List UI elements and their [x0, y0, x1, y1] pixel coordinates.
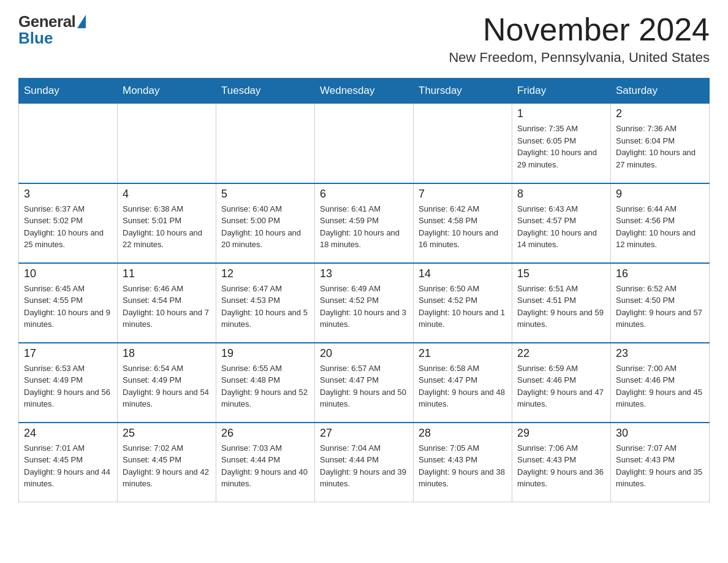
day-info: Sunrise: 6:37 AMSunset: 5:02 PMDaylight:…: [24, 203, 112, 251]
day-info: Sunrise: 7:02 AMSunset: 4:45 PMDaylight:…: [123, 442, 211, 490]
day-info: Sunrise: 7:35 AMSunset: 6:05 PMDaylight:…: [517, 123, 605, 170]
weekday-header-monday: Monday: [118, 79, 216, 104]
calendar-cell: 25Sunrise: 7:02 AMSunset: 4:45 PMDayligh…: [118, 423, 216, 502]
calendar-cell: 21Sunrise: 6:58 AMSunset: 4:47 PMDayligh…: [414, 343, 512, 423]
logo: General Blue: [18, 12, 86, 48]
weekday-header-saturday: Saturday: [611, 79, 710, 104]
calendar-week-row: 17Sunrise: 6:53 AMSunset: 4:49 PMDayligh…: [19, 343, 710, 423]
day-info: Sunrise: 6:52 AMSunset: 4:50 PMDaylight:…: [616, 283, 704, 331]
calendar-cell: [315, 104, 414, 183]
calendar-cell: 7Sunrise: 6:42 AMSunset: 4:58 PMDaylight…: [414, 183, 512, 263]
calendar-cell: 23Sunrise: 7:00 AMSunset: 4:46 PMDayligh…: [611, 343, 710, 423]
calendar-week-row: 10Sunrise: 6:45 AMSunset: 4:55 PMDayligh…: [19, 263, 710, 343]
weekday-header-sunday: Sunday: [19, 79, 118, 104]
logo-blue-text: Blue: [18, 29, 53, 48]
day-number: 19: [221, 347, 309, 360]
location-title: New Freedom, Pennsylvania, United States: [449, 50, 710, 66]
calendar-cell: 5Sunrise: 6:40 AMSunset: 5:00 PMDaylight…: [216, 183, 315, 263]
calendar-week-row: 3Sunrise: 6:37 AMSunset: 5:02 PMDaylight…: [19, 183, 710, 263]
day-info: Sunrise: 7:06 AMSunset: 4:43 PMDaylight:…: [517, 442, 605, 490]
calendar-cell: 15Sunrise: 6:51 AMSunset: 4:51 PMDayligh…: [512, 263, 611, 343]
day-number: 18: [123, 347, 211, 360]
day-number: 1: [517, 107, 605, 120]
day-number: 14: [419, 267, 507, 280]
calendar-table: SundayMondayTuesdayWednesdayThursdayFrid…: [18, 78, 710, 502]
day-number: 16: [616, 267, 704, 280]
logo-triangle-icon: [77, 15, 86, 28]
calendar-cell: 20Sunrise: 6:57 AMSunset: 4:47 PMDayligh…: [315, 343, 414, 423]
calendar-week-row: 24Sunrise: 7:01 AMSunset: 4:45 PMDayligh…: [19, 423, 710, 502]
day-number: 9: [616, 188, 704, 201]
calendar-week-row: 1Sunrise: 7:35 AMSunset: 6:05 PMDaylight…: [19, 104, 710, 183]
calendar-cell: 30Sunrise: 7:07 AMSunset: 4:43 PMDayligh…: [611, 423, 710, 502]
day-number: 30: [616, 427, 704, 440]
day-number: 5: [221, 188, 309, 201]
day-info: Sunrise: 6:43 AMSunset: 4:57 PMDaylight:…: [517, 203, 605, 251]
calendar-cell: 12Sunrise: 6:47 AMSunset: 4:53 PMDayligh…: [216, 263, 315, 343]
day-info: Sunrise: 6:53 AMSunset: 4:49 PMDaylight:…: [24, 362, 112, 410]
day-number: 11: [123, 267, 211, 280]
calendar-cell: 22Sunrise: 6:59 AMSunset: 4:46 PMDayligh…: [512, 343, 611, 423]
calendar-cell: 26Sunrise: 7:03 AMSunset: 4:44 PMDayligh…: [216, 423, 315, 502]
day-info: Sunrise: 6:42 AMSunset: 4:58 PMDaylight:…: [419, 203, 507, 251]
day-number: 8: [517, 188, 605, 201]
day-info: Sunrise: 6:51 AMSunset: 4:51 PMDaylight:…: [517, 283, 605, 331]
calendar-cell: 6Sunrise: 6:41 AMSunset: 4:59 PMDaylight…: [315, 183, 414, 263]
calendar-cell: 14Sunrise: 6:50 AMSunset: 4:52 PMDayligh…: [414, 263, 512, 343]
calendar-cell: [414, 104, 512, 183]
day-number: 20: [320, 347, 408, 360]
day-number: 24: [24, 427, 112, 440]
day-info: Sunrise: 6:44 AMSunset: 4:56 PMDaylight:…: [616, 203, 704, 251]
day-info: Sunrise: 7:36 AMSunset: 6:04 PMDaylight:…: [616, 123, 704, 170]
calendar-cell: 1Sunrise: 7:35 AMSunset: 6:05 PMDaylight…: [512, 104, 611, 183]
calendar-cell: 17Sunrise: 6:53 AMSunset: 4:49 PMDayligh…: [19, 343, 118, 423]
day-number: 13: [320, 267, 408, 280]
day-info: Sunrise: 6:41 AMSunset: 4:59 PMDaylight:…: [320, 203, 408, 251]
day-number: 15: [517, 267, 605, 280]
day-number: 21: [419, 347, 507, 360]
day-number: 17: [24, 347, 112, 360]
day-info: Sunrise: 6:57 AMSunset: 4:47 PMDaylight:…: [320, 362, 408, 410]
day-info: Sunrise: 6:59 AMSunset: 4:46 PMDaylight:…: [517, 362, 605, 410]
day-number: 25: [123, 427, 211, 440]
day-info: Sunrise: 6:49 AMSunset: 4:52 PMDaylight:…: [320, 283, 408, 331]
weekday-header-row: SundayMondayTuesdayWednesdayThursdayFrid…: [19, 79, 710, 104]
day-info: Sunrise: 6:38 AMSunset: 5:01 PMDaylight:…: [123, 203, 211, 251]
calendar-cell: 13Sunrise: 6:49 AMSunset: 4:52 PMDayligh…: [315, 263, 414, 343]
day-number: 26: [221, 427, 309, 440]
day-number: 29: [517, 427, 605, 440]
calendar-cell: 10Sunrise: 6:45 AMSunset: 4:55 PMDayligh…: [19, 263, 118, 343]
calendar-cell: [118, 104, 216, 183]
day-number: 28: [419, 427, 507, 440]
day-number: 6: [320, 188, 408, 201]
day-info: Sunrise: 6:45 AMSunset: 4:55 PMDaylight:…: [24, 283, 112, 331]
day-info: Sunrise: 6:58 AMSunset: 4:47 PMDaylight:…: [419, 362, 507, 410]
weekday-header-friday: Friday: [512, 79, 611, 104]
day-info: Sunrise: 7:04 AMSunset: 4:44 PMDaylight:…: [320, 442, 408, 490]
day-info: Sunrise: 6:55 AMSunset: 4:48 PMDaylight:…: [221, 362, 309, 410]
day-number: 12: [221, 267, 309, 280]
title-area: November 2024 New Freedom, Pennsylvania,…: [449, 12, 710, 66]
weekday-header-wednesday: Wednesday: [315, 79, 414, 104]
weekday-header-thursday: Thursday: [414, 79, 512, 104]
day-info: Sunrise: 6:46 AMSunset: 4:54 PMDaylight:…: [123, 283, 211, 331]
calendar-cell: 2Sunrise: 7:36 AMSunset: 6:04 PMDaylight…: [611, 104, 710, 183]
calendar-cell: [19, 104, 118, 183]
day-number: 22: [517, 347, 605, 360]
day-number: 27: [320, 427, 408, 440]
day-number: 3: [24, 188, 112, 201]
calendar-cell: 19Sunrise: 6:55 AMSunset: 4:48 PMDayligh…: [216, 343, 315, 423]
day-info: Sunrise: 6:50 AMSunset: 4:52 PMDaylight:…: [419, 283, 507, 331]
calendar-cell: 18Sunrise: 6:54 AMSunset: 4:49 PMDayligh…: [118, 343, 216, 423]
day-info: Sunrise: 7:01 AMSunset: 4:45 PMDaylight:…: [24, 442, 112, 490]
day-info: Sunrise: 7:00 AMSunset: 4:46 PMDaylight:…: [616, 362, 704, 410]
page-header: General Blue November 2024 New Freedom, …: [18, 12, 710, 66]
calendar-cell: 28Sunrise: 7:05 AMSunset: 4:43 PMDayligh…: [414, 423, 512, 502]
calendar-cell: 9Sunrise: 6:44 AMSunset: 4:56 PMDaylight…: [611, 183, 710, 263]
day-number: 10: [24, 267, 112, 280]
day-number: 7: [419, 188, 507, 201]
day-number: 2: [616, 107, 704, 120]
weekday-header-tuesday: Tuesday: [216, 79, 315, 104]
calendar-cell: 29Sunrise: 7:06 AMSunset: 4:43 PMDayligh…: [512, 423, 611, 502]
calendar-cell: 16Sunrise: 6:52 AMSunset: 4:50 PMDayligh…: [611, 263, 710, 343]
